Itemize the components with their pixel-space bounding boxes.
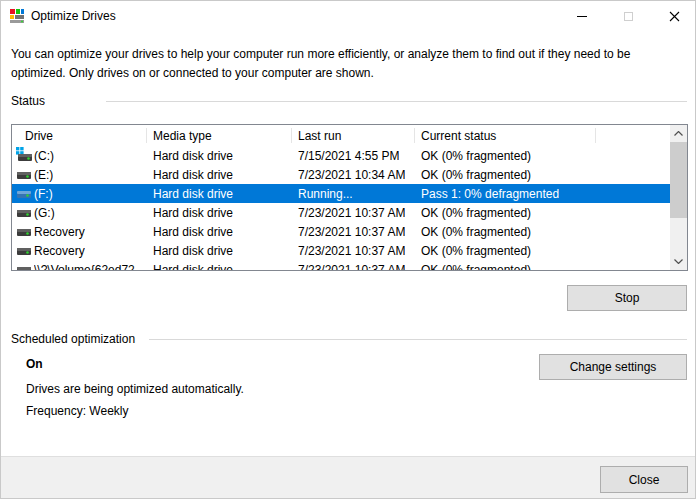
cell-media: Hard disk drive — [153, 165, 233, 184]
table-row[interactable]: \\?\Volume{62ed72Hard disk drive7/23/202… — [12, 260, 670, 271]
maximize-icon — [624, 12, 633, 21]
drives-listview: DriveMedia typeLast runCurrent status (C… — [11, 124, 688, 271]
column-separator — [146, 128, 147, 143]
chevron-down-icon — [674, 259, 683, 264]
cell-status: OK (0% fragmented) — [421, 222, 531, 241]
status-group-line — [106, 101, 687, 102]
column-separator — [414, 128, 415, 143]
table-row[interactable]: (C:)Hard disk drive7/15/2021 4:55 PMOK (… — [12, 146, 670, 165]
close-window-button[interactable] — [651, 1, 696, 31]
table-row[interactable]: (F:)Hard disk driveRunning...Pass 1: 0% … — [12, 184, 670, 203]
column-header-drive[interactable]: Drive — [25, 125, 53, 146]
drive-icon — [16, 261, 32, 271]
cell-drive: (G:) — [34, 203, 55, 222]
cell-last_run: 7/23/2021 10:37 AM — [298, 260, 405, 271]
defrag-app-icon — [9, 8, 25, 24]
window-title: Optimize Drives — [31, 9, 116, 23]
column-header-current-status[interactable]: Current status — [421, 125, 496, 146]
status-group-label: Status — [11, 94, 45, 108]
cell-drive: (F:) — [34, 184, 53, 203]
cell-last_run: 7/23/2021 10:37 AM — [298, 222, 405, 241]
cell-status: Pass 1: 0% defragmented — [421, 184, 559, 203]
cell-last_run: Running... — [298, 184, 353, 203]
cell-media: Hard disk drive — [153, 184, 233, 203]
cell-status: OK (0% fragmented) — [421, 165, 531, 184]
scheduled-group-label: Scheduled optimization — [11, 332, 135, 346]
minimize-button[interactable] — [559, 1, 605, 31]
cell-media: Hard disk drive — [153, 222, 233, 241]
drive-icon — [16, 166, 32, 182]
cell-last_run: 7/23/2021 10:37 AM — [298, 203, 405, 222]
close-button[interactable]: Close — [600, 466, 688, 493]
scrollbar-thumb[interactable] — [670, 142, 687, 218]
column-header-last-run[interactable]: Last run — [298, 125, 341, 146]
table-body: (C:)Hard disk drive7/15/2021 4:55 PMOK (… — [12, 146, 670, 271]
cell-drive: (C:) — [34, 146, 54, 165]
cell-drive: Recovery — [34, 222, 85, 241]
table-row[interactable]: RecoveryHard disk drive7/23/2021 10:37 A… — [12, 241, 670, 260]
table-header: DriveMedia typeLast runCurrent status — [12, 125, 670, 146]
change-settings-button[interactable]: Change settings — [539, 354, 687, 380]
cell-status: OK (0% fragmented) — [421, 203, 531, 222]
cell-status: OK (0% fragmented) — [421, 146, 531, 165]
drive-windows-icon — [16, 147, 32, 163]
chevron-up-icon — [674, 131, 683, 136]
close-icon — [669, 11, 680, 22]
minimize-icon — [577, 16, 587, 17]
cell-last_run: 7/23/2021 10:34 AM — [298, 165, 405, 184]
cell-media: Hard disk drive — [153, 241, 233, 260]
column-header-media-type[interactable]: Media type — [153, 125, 212, 146]
column-separator — [291, 128, 292, 143]
cell-media: Hard disk drive — [153, 146, 233, 165]
drive-icon — [16, 204, 32, 220]
cell-drive: (E:) — [34, 165, 53, 184]
optimize-drives-window: Optimize Drives You can optimize your dr… — [0, 0, 696, 499]
scroll-up-button[interactable] — [670, 125, 687, 142]
column-separator — [595, 128, 596, 143]
drive-icon — [16, 223, 32, 239]
cell-drive: Recovery — [34, 241, 85, 260]
titlebar: Optimize Drives — [1, 1, 696, 31]
table-row[interactable]: (G:)Hard disk drive7/23/2021 10:37 AMOK … — [12, 203, 670, 222]
drive-icon — [16, 242, 32, 258]
scheduled-state: On — [26, 357, 43, 371]
stop-button[interactable]: Stop — [567, 285, 687, 311]
cell-status: OK (0% fragmented) — [421, 260, 531, 271]
cell-status: OK (0% fragmented) — [421, 241, 531, 260]
maximize-button — [605, 1, 651, 31]
cell-last_run: 7/15/2021 4:55 PM — [298, 146, 399, 165]
dialog-footer — [1, 456, 696, 499]
cell-media: Hard disk drive — [153, 260, 233, 271]
scheduled-frequency: Frequency: Weekly — [26, 404, 129, 418]
scroll-down-button[interactable] — [670, 253, 687, 270]
table-row[interactable]: RecoveryHard disk drive7/23/2021 10:37 A… — [12, 222, 670, 241]
dialog-description: You can optimize your drives to help you… — [11, 45, 687, 83]
drive-active-icon — [16, 185, 32, 201]
cell-media: Hard disk drive — [153, 203, 233, 222]
scheduled-group-line — [149, 339, 687, 340]
table-row[interactable]: (E:)Hard disk drive7/23/2021 10:34 AMOK … — [12, 165, 670, 184]
cell-last_run: 7/23/2021 10:37 AM — [298, 241, 405, 260]
cell-drive: \\?\Volume{62ed72 — [34, 260, 135, 271]
vertical-scrollbar[interactable] — [670, 125, 687, 270]
scheduled-detail: Drives are being optimized automatically… — [26, 382, 244, 396]
